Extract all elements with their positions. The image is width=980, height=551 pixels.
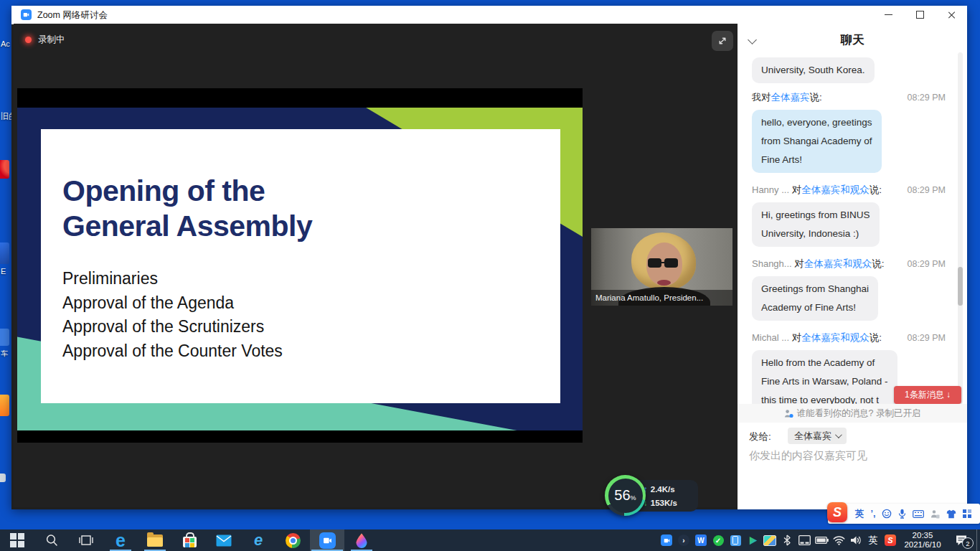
taskbar-internet-explorer[interactable]: e — [241, 529, 275, 551]
tray-zoom[interactable] — [658, 529, 675, 551]
task-view-button[interactable] — [69, 529, 103, 551]
sogou-icon: S — [885, 534, 896, 546]
taskbar-zoom-active[interactable] — [310, 529, 344, 551]
desktop-icon-partial[interactable] — [0, 474, 6, 482]
chat-bubble: hello, everyone, greetings from Shangai … — [752, 110, 882, 173]
tray-sogou[interactable]: S — [882, 529, 899, 551]
upload-speed: 2.4K/s — [651, 485, 675, 494]
maximize-icon — [916, 11, 924, 19]
message-time: 08:29 PM — [907, 259, 946, 269]
desktop: Ac 旧的 E 车 Zoom 网络研讨会 录制中 — [0, 0, 980, 551]
tray-ime-mode[interactable]: 英 — [864, 529, 882, 551]
tray-wifi[interactable] — [830, 529, 847, 551]
clock-time: 20:35 — [899, 531, 946, 540]
tray-media-app[interactable] — [744, 529, 761, 551]
fullscreen-button[interactable] — [712, 31, 733, 51]
action-center-button[interactable]: 2 — [946, 529, 976, 551]
chat-message-meta: Shangh... 对全体嘉宾和观众说: 08:29 PM — [752, 258, 953, 270]
show-desktop-button[interactable] — [976, 529, 980, 551]
desktop-icon-label[interactable]: E — [1, 267, 6, 276]
chat-scrollbar-thumb[interactable] — [958, 267, 963, 306]
chat-message-list[interactable]: University, South Korea. 我对全体嘉宾说: 08:29 … — [738, 56, 953, 404]
taskbar-search-button[interactable] — [34, 529, 69, 551]
taskbar-clock[interactable]: 20:35 2021/6/10 — [899, 531, 946, 550]
send-to-dropdown[interactable]: 全体嘉宾 — [788, 428, 847, 444]
desktop-icon-label[interactable]: 车 — [1, 349, 8, 359]
taskbar-edge[interactable]: e — [103, 529, 138, 551]
zoom-webinar-window: Zoom 网络研讨会 录制中 — [11, 6, 967, 509]
show-hidden-icons-button[interactable]: › — [675, 529, 692, 551]
agenda-item: Approval of the Agenda — [62, 291, 283, 316]
chat-message-meta: Michal ... 对全体嘉宾和观众说: 08:29 PM — [752, 331, 953, 344]
chat-visibility-notice: 谁能看到你的消息? 录制已开启 — [738, 404, 967, 423]
desktop-icon-partial[interactable] — [0, 242, 9, 264]
ime-toolbox-button[interactable] — [963, 509, 971, 518]
recipient-link[interactable]: 全体嘉宾和观众 — [801, 331, 870, 344]
maximize-button[interactable] — [904, 6, 936, 24]
chat-bubble: University, South Korea. — [752, 57, 875, 83]
minimize-button[interactable] — [872, 6, 904, 24]
window-title: Zoom 网络研讨会 — [37, 9, 108, 22]
tray-volume[interactable] — [847, 529, 864, 551]
taskbar-mail[interactable] — [207, 529, 241, 551]
start-button[interactable] — [0, 529, 34, 551]
task-view-icon — [79, 534, 93, 547]
chat-panel-title: 聊天 — [738, 32, 967, 48]
slide-title: Opening of the General Assembly — [62, 174, 312, 244]
tray-touchpad[interactable] — [796, 529, 813, 551]
ime-toolbar: 英 ’, — [828, 504, 980, 524]
person-icon — [784, 409, 793, 418]
taskbar-store[interactable] — [172, 529, 207, 551]
close-icon — [947, 11, 956, 19]
recipient-link[interactable]: 全体嘉宾和观众 — [801, 184, 870, 197]
new-messages-button[interactable]: 1条新消息 ↓ — [894, 386, 961, 404]
ime-account-icon[interactable] — [930, 509, 940, 519]
edge-icon: e — [116, 532, 126, 550]
skin-button[interactable] — [946, 509, 956, 519]
recording-indicator: 录制中 — [25, 34, 65, 46]
desktop-icon-partial[interactable] — [0, 329, 9, 346]
window-titlebar[interactable]: Zoom 网络研讨会 — [11, 6, 967, 24]
slide-letterbox-bottom — [17, 430, 583, 443]
download-speed: 153K/s — [651, 499, 677, 507]
paint-drop-icon — [355, 533, 368, 548]
desktop-icon-partial[interactable] — [0, 395, 9, 416]
ime-punctuation-button[interactable]: ’, — [871, 509, 876, 519]
chrome-icon — [286, 533, 301, 548]
message-time: 08:29 PM — [907, 333, 946, 343]
tray-battery[interactable] — [813, 529, 830, 551]
chat-scrollbar-track[interactable] — [958, 52, 963, 404]
voice-input-button[interactable] — [898, 509, 906, 519]
soft-keyboard-button[interactable] — [913, 510, 924, 518]
usage-gauge-widget[interactable]: 56 % — [605, 475, 646, 516]
taskbar-file-explorer[interactable] — [138, 529, 172, 551]
tray-display-app[interactable] — [761, 529, 778, 551]
tray-bluetooth[interactable] — [778, 529, 796, 551]
desktop-icon-label[interactable]: Ac — [1, 39, 10, 48]
emoji-button[interactable] — [882, 509, 892, 519]
tray-security-app[interactable]: ✓ — [710, 529, 727, 551]
mail-icon — [216, 534, 232, 547]
desktop-icon-partial[interactable] — [0, 160, 9, 179]
close-button[interactable] — [936, 6, 967, 24]
chat-message-meta: 我对全体嘉宾说: 08:29 PM — [752, 91, 953, 104]
chevron-down-icon — [835, 431, 842, 438]
sogou-logo[interactable]: S — [827, 502, 847, 522]
speaker-video-thumbnail[interactable]: Mariana Amatullo, Presiden... — [591, 228, 732, 306]
recipient-link[interactable]: 全体嘉宾 — [771, 91, 810, 104]
search-icon — [44, 533, 59, 547]
speaker-icon — [850, 535, 862, 545]
taskbar-chrome[interactable] — [275, 529, 310, 551]
ime-mode-button[interactable]: 英 — [855, 508, 864, 520]
battery-icon — [815, 536, 829, 545]
slide-letterbox-top — [17, 88, 583, 108]
tray-wps[interactable]: W — [692, 529, 710, 551]
chat-bubble: Hi, greetings from BINUS University, Ind… — [752, 202, 880, 247]
tray-phone-app[interactable] — [727, 529, 744, 551]
chat-input[interactable]: 你发出的内容仅嘉宾可见 — [749, 449, 867, 463]
video-share-area: 录制中 Opening of the General Assembly — [14, 24, 738, 507]
taskbar-paint-drop-app[interactable] — [344, 529, 379, 551]
recipient-link[interactable]: 全体嘉宾和观众 — [804, 258, 872, 270]
shield-check-icon: ✓ — [713, 535, 724, 546]
system-tray: › W ✓ — [658, 529, 980, 551]
